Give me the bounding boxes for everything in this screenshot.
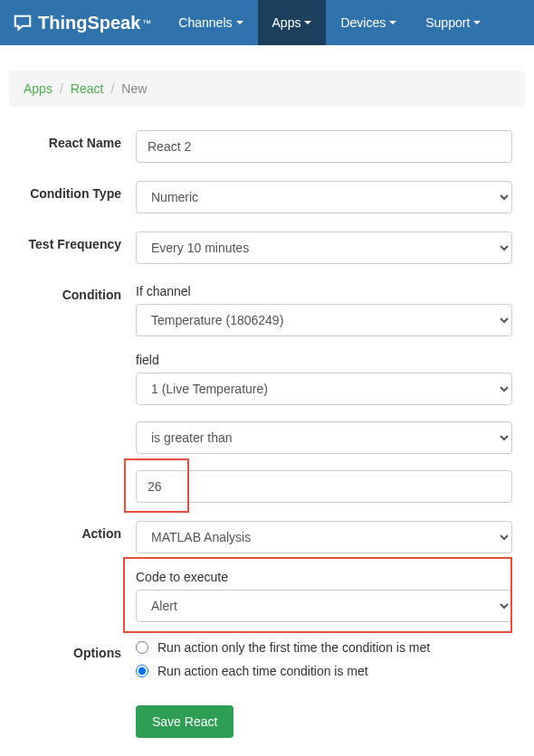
breadcrumb-sep: / xyxy=(110,81,114,96)
breadcrumb-link-apps[interactable]: Apps xyxy=(24,81,52,96)
caret-icon xyxy=(236,21,243,24)
option-first-time-radio[interactable] xyxy=(136,641,148,654)
caret-icon xyxy=(389,21,396,24)
caret-icon xyxy=(473,21,481,24)
brand[interactable]: ThingSpeak™ xyxy=(0,0,164,45)
sub-label-field: field xyxy=(136,353,512,367)
nav-item-support[interactable]: Support xyxy=(411,0,495,45)
breadcrumb-sep: / xyxy=(60,81,63,96)
condition-channel-select[interactable]: Temperature (1806249) xyxy=(136,304,512,336)
brand-text: ThingSpeak xyxy=(38,13,140,33)
sub-label-code: Code to execute xyxy=(136,570,512,584)
nav-item-apps[interactable]: Apps xyxy=(258,0,327,45)
action-select[interactable]: MATLAB Analysis xyxy=(136,521,512,553)
label-condition: Condition xyxy=(9,282,136,503)
sub-label-if-channel: If channel xyxy=(136,284,512,298)
breadcrumb-link-react[interactable]: React xyxy=(71,81,104,96)
nav-item-channels[interactable]: Channels xyxy=(164,0,257,45)
option-each-time-radio[interactable] xyxy=(136,665,148,677)
label-condition-type: Condition Type xyxy=(9,181,136,213)
condition-value-input[interactable] xyxy=(136,470,512,503)
brand-tm: ™ xyxy=(142,18,151,28)
option-each-time-label: Run action each time condition is met xyxy=(157,664,368,678)
save-react-button[interactable]: Save React xyxy=(136,705,234,738)
breadcrumb: Apps / React / New xyxy=(9,71,525,107)
condition-field-select[interactable]: 1 (Live Temperature) xyxy=(136,373,512,405)
label-options: Options xyxy=(9,640,136,687)
nav-label: Devices xyxy=(340,15,386,30)
label-action: Action xyxy=(9,521,136,622)
nav-label: Support xyxy=(425,15,470,30)
nav-label: Apps xyxy=(272,15,301,30)
nav-item-devices[interactable]: Devices xyxy=(326,0,411,45)
logo-icon xyxy=(13,13,33,33)
label-react-name: React Name xyxy=(9,130,136,163)
breadcrumb-current: New xyxy=(121,81,147,96)
option-first-time-label: Run action only the first time the condi… xyxy=(157,640,430,655)
caret-icon xyxy=(304,21,311,24)
label-test-frequency: Test Frequency xyxy=(9,232,136,264)
nav-label: Channels xyxy=(178,15,232,30)
condition-operator-select[interactable]: is greater than xyxy=(136,421,512,454)
code-select[interactable]: Alert xyxy=(136,590,512,622)
react-name-input[interactable] xyxy=(136,130,512,163)
condition-type-select[interactable]: Numeric xyxy=(136,181,512,213)
test-frequency-select[interactable]: Every 10 minutes xyxy=(136,232,512,264)
navbar: ThingSpeak™ Channels Apps Devices Suppor… xyxy=(0,0,534,45)
